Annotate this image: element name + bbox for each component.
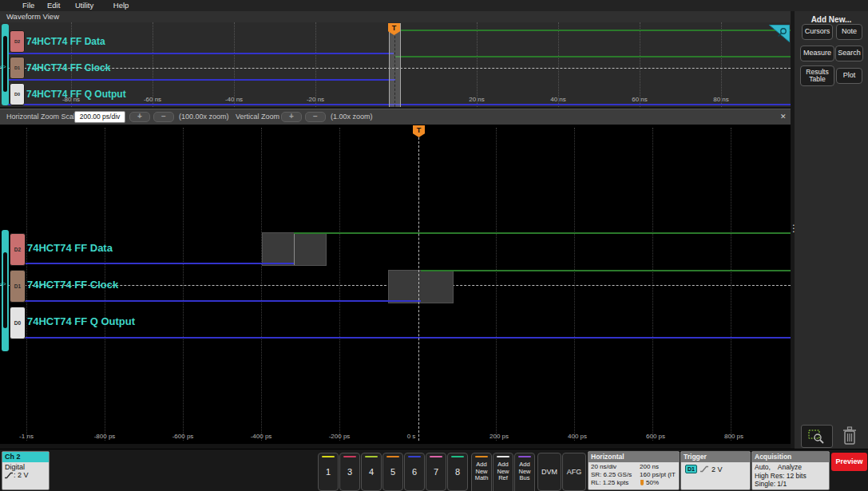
channel-color <box>408 456 421 457</box>
h-scale: 20 ns/div <box>591 463 616 470</box>
add-plot-button[interactable]: Plot <box>836 68 862 84</box>
d1-high-trace <box>395 56 791 57</box>
menu-file[interactable]: File <box>22 0 34 11</box>
afg-button[interactable]: AFG <box>562 453 586 491</box>
zoom-window-selector[interactable] <box>389 23 401 107</box>
channel-7-button[interactable]: 7 <box>426 453 446 491</box>
axis-tick: -40 ns <box>225 96 243 103</box>
h-sample-rate: SR: 6.25 GS/s <box>591 471 632 478</box>
button-label: Results Table <box>801 69 834 83</box>
d2-channel-handle[interactable]: D2 <box>10 233 26 266</box>
h-zoom-minus-button[interactable]: − <box>153 112 174 122</box>
add-new-math-button[interactable]: Add New Math <box>471 453 492 491</box>
d1-signal-label[interactable]: 74HCT74 FF Clock <box>27 279 118 291</box>
zoom-mode-icon <box>808 430 826 444</box>
d2-channel-handle[interactable]: D2 <box>10 30 25 53</box>
d1-low-trace <box>16 300 421 302</box>
trigger-level: 2 V <box>711 465 723 473</box>
h-zoom-plus-button[interactable]: + <box>129 112 150 122</box>
d0-signal-label[interactable]: 74HCT74 FF Q Output <box>27 315 135 327</box>
button-label: Cursors <box>805 28 830 35</box>
button-label: Plot <box>843 72 856 79</box>
channel-color <box>365 456 378 457</box>
gridline <box>640 22 640 107</box>
horizontal-panel[interactable]: Horizontal 20 ns/div 200 ns SR: 6.25 GS/… <box>588 451 680 490</box>
axis-tick: 200 ps <box>489 433 509 440</box>
axis-tick: -800 ps <box>94 433 116 440</box>
axis-tick: -60 ns <box>144 96 161 103</box>
d2-signal-label[interactable]: 74HCT74 FF Data <box>27 242 113 254</box>
zoom-waveform-panel[interactable]: T <> D2 D1 D0 74HCT74 FF Data 74HCT74 FF… <box>0 125 791 444</box>
menu-edit[interactable]: Edit <box>47 0 60 11</box>
h-zoom-scale-label: Horizontal Zoom Scale <box>6 109 79 125</box>
gridline <box>477 22 478 107</box>
add-cursors-button[interactable]: Cursors <box>802 24 833 40</box>
zoom-overview-icon[interactable] <box>769 25 790 42</box>
math-color <box>475 456 488 457</box>
v-zoom-label: Vertical Zoom <box>236 109 279 125</box>
ch2-threshold: : 2 V <box>14 471 29 479</box>
button-label: AFG <box>567 468 582 476</box>
gridline <box>574 128 575 441</box>
gridline <box>261 128 262 441</box>
gridline <box>652 128 653 441</box>
channel-3-button[interactable]: 3 <box>339 453 360 491</box>
axis-tick: 600 ps <box>646 433 665 440</box>
channel-5-button[interactable]: 5 <box>382 453 403 491</box>
gridline <box>339 128 340 441</box>
channel-group-grip[interactable] <box>3 252 7 328</box>
channel-8-button[interactable]: 8 <box>447 453 468 491</box>
v-zoom-factor: (1.00x zoom) <box>331 109 373 125</box>
waveform-view-title: Waveform View <box>6 12 59 21</box>
acq-resolution: High Res: 12 bits <box>755 472 829 481</box>
add-new-ref-button[interactable]: Add New Ref <box>493 453 513 491</box>
dvm-button[interactable]: DVM <box>537 453 561 491</box>
acquisition-panel[interactable]: Acquisition Auto, Analyze High Res: 12 b… <box>751 451 830 490</box>
horizontal-header: Horizontal <box>589 452 679 462</box>
button-label: 3 <box>347 467 352 477</box>
d0-channel-handle[interactable]: D0 <box>10 83 25 105</box>
h-zoom-scale-input[interactable]: 200.00 ps/div <box>74 111 125 123</box>
add-measure-button[interactable]: Measure <box>800 46 834 61</box>
d0-channel-handle[interactable]: D0 <box>10 307 26 339</box>
add-new-bus-button[interactable]: Add New Bus <box>514 453 535 491</box>
channel-color <box>430 456 442 457</box>
d1-badge: D1 <box>14 65 20 70</box>
axis-tick: 80 ns <box>713 96 729 103</box>
button-label: 5 <box>390 467 395 477</box>
menu-help[interactable]: Help <box>113 0 129 11</box>
waveform-view-tab[interactable]: Waveform View <box>0 11 793 23</box>
menu-utility[interactable]: Utility <box>75 0 93 11</box>
axis-tick: 0 s <box>407 433 416 440</box>
zoom-mode-button[interactable] <box>801 425 833 448</box>
d1-signal-label[interactable]: 74HCT74 FF Clock <box>26 62 110 73</box>
add-new-title: Add New... <box>795 15 868 24</box>
acq-mode: Auto, Analyze <box>755 463 829 472</box>
close-zoom-icon[interactable]: ✕ <box>780 109 787 125</box>
d1-transition-block <box>388 270 454 303</box>
h-zoom-factor: (100.00x zoom) <box>179 109 229 125</box>
add-results-table-button[interactable]: Results Table <box>800 65 834 86</box>
trigger-panel[interactable]: Trigger D1 2 V <box>680 451 751 490</box>
preview-button[interactable]: Preview <box>831 453 867 471</box>
d1-channel-handle[interactable]: D1 <box>10 57 25 79</box>
d2-signal-label[interactable]: 74HCT74 FF Data <box>26 36 105 47</box>
v-zoom-minus-button[interactable]: − <box>305 112 326 122</box>
d1-channel-handle[interactable]: D1 <box>10 270 26 303</box>
channel-4-button[interactable]: 4 <box>361 453 382 491</box>
add-note-button[interactable]: Note <box>836 24 862 40</box>
trigger-flag[interactable]: T <box>413 125 425 137</box>
ch2-type: Digital <box>2 462 49 471</box>
button-label: 8 <box>455 467 460 477</box>
v-zoom-plus-button[interactable]: + <box>281 112 302 122</box>
overview-waveform-panel[interactable]: <> D2 D1 D0 74HCT74 FF Data 74HCT74 FF C… <box>0 22 791 107</box>
d1-high-trace <box>421 270 791 271</box>
right-sidebar: Add New... Cursors Note Measure Search R… <box>795 11 868 449</box>
axis-tick: -20 ns <box>307 96 324 103</box>
channel-1-button[interactable]: 1 <box>318 453 339 491</box>
axis-tick: 800 ps <box>724 433 743 440</box>
add-search-button[interactable]: Search <box>835 46 863 61</box>
trash-button[interactable] <box>840 426 859 449</box>
ch2-badge[interactable]: Ch 2 Digital : 2 V <box>2 451 50 490</box>
channel-6-button[interactable]: 6 <box>404 453 425 491</box>
